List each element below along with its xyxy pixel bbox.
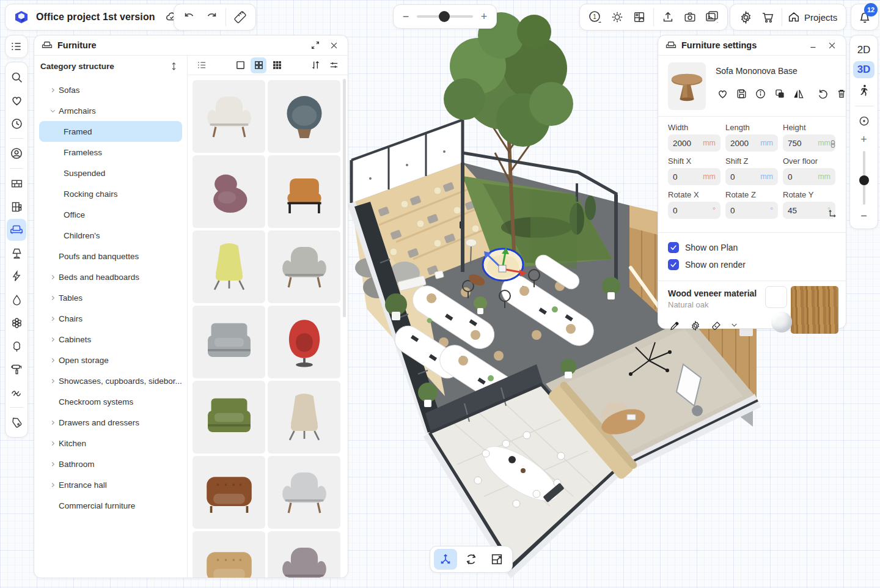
checkbox-checked-icon[interactable] <box>668 259 679 270</box>
link-dimensions-icon[interactable] <box>827 139 840 151</box>
checkbox-show-on-plan[interactable]: Show on Plan <box>668 239 836 256</box>
camera-icon[interactable] <box>680 7 700 28</box>
info-circle-icon[interactable] <box>754 87 767 100</box>
single-view-icon[interactable] <box>232 57 248 73</box>
material-color-swatch[interactable] <box>765 286 787 308</box>
field-input[interactable]: 0° <box>725 202 778 219</box>
projects-button[interactable]: Projects <box>804 12 837 23</box>
product-armchair-14[interactable] <box>268 531 340 578</box>
category-item-open-storage[interactable]: Open storage <box>39 350 182 370</box>
gallery-icon[interactable] <box>702 7 722 28</box>
undo-icon[interactable] <box>179 7 200 28</box>
product-armchair-8[interactable] <box>268 306 340 378</box>
mode-3d-button[interactable]: 3D <box>853 61 875 78</box>
grid-3x3-view-icon[interactable] <box>269 57 285 73</box>
category-item-cabinets[interactable]: Cabinets <box>39 329 182 350</box>
minimize-panel-icon[interactable] <box>807 39 820 52</box>
sort-arrows-icon[interactable] <box>307 57 323 73</box>
material-settings-gear-icon[interactable] <box>689 319 702 333</box>
chevron-down-icon[interactable] <box>48 108 57 114</box>
view-zoom-in[interactable]: + <box>859 133 869 146</box>
category-item-chairs[interactable]: Chairs <box>39 308 182 329</box>
category-item-entrance-hall[interactable]: Entrance hall <box>39 474 182 495</box>
rotate-button[interactable] <box>460 549 483 570</box>
category-item-tables[interactable]: Tables <box>39 287 182 308</box>
view-zoom-slider[interactable] <box>863 151 865 205</box>
category-item-bathroom[interactable]: Bathroom <box>39 454 182 474</box>
brightness-icon[interactable] <box>607 7 628 28</box>
chevron-right-icon[interactable] <box>48 440 57 447</box>
chevron-right-icon[interactable] <box>48 482 57 488</box>
reset-undo-icon[interactable] <box>816 87 829 100</box>
render-quality-1-icon[interactable]: 1 <box>585 7 606 28</box>
category-item-framed[interactable]: Framed <box>39 121 182 142</box>
chevron-right-icon[interactable] <box>48 378 57 384</box>
field-input[interactable]: 2000mm <box>668 134 721 152</box>
category-item-office[interactable]: Office <box>39 204 182 225</box>
product-armchair-6[interactable] <box>268 230 340 303</box>
rotate-axis-icon[interactable] <box>827 207 840 219</box>
mode-2d-button[interactable]: 2D <box>853 42 875 59</box>
redo-icon[interactable] <box>201 7 222 28</box>
category-item-beds-and-headboards[interactable]: Beds and headboards <box>39 266 182 287</box>
eyedropper-icon[interactable] <box>668 319 681 333</box>
category-item-checkroom-systems[interactable]: Checkroom systems <box>39 391 182 412</box>
expand-panel-icon[interactable] <box>309 39 322 52</box>
chevron-right-icon[interactable] <box>48 419 57 426</box>
chevron-right-icon[interactable] <box>48 336 57 343</box>
product-armchair-2[interactable] <box>268 80 340 153</box>
zoom-slider-knob[interactable] <box>439 11 450 22</box>
plants-tree-icon[interactable] <box>7 335 26 357</box>
close-panel-icon[interactable] <box>327 39 340 52</box>
chevron-right-icon[interactable] <box>48 461 57 468</box>
category-item-commercial-furniture[interactable]: Commercial furniture <box>39 495 182 516</box>
category-item-kitchen[interactable]: Kitchen <box>39 433 182 454</box>
favorites-heart-icon[interactable] <box>7 89 26 111</box>
product-armchair-12[interactable] <box>268 456 340 529</box>
view-zoom-out[interactable]: − <box>859 210 869 222</box>
delete-trash-icon[interactable] <box>835 87 848 100</box>
settings-gear-icon[interactable] <box>735 7 756 28</box>
flooring-squiggle-icon[interactable] <box>7 381 26 403</box>
price-tag-icon[interactable] <box>7 411 26 433</box>
history-clock-icon[interactable] <box>7 112 26 134</box>
product-armchair-3[interactable] <box>193 155 265 228</box>
chevron-right-icon[interactable] <box>48 315 57 322</box>
checkbox-show-on-render[interactable]: Show on render <box>668 256 836 273</box>
product-armchair-11[interactable] <box>193 456 265 529</box>
close-settings-icon[interactable] <box>825 39 838 52</box>
electrical-bolt-icon[interactable] <box>7 265 26 287</box>
lighting-lamp-icon[interactable] <box>7 242 26 264</box>
scale-button[interactable] <box>485 549 508 570</box>
product-armchair-5[interactable] <box>193 230 265 303</box>
list-view-icon[interactable] <box>194 57 210 73</box>
orbit-target-icon[interactable] <box>854 111 875 131</box>
category-item-frameless[interactable]: Frameless <box>39 142 182 163</box>
collage-icon[interactable] <box>629 7 650 28</box>
material-texture-swatch[interactable] <box>791 286 838 334</box>
checkbox-checked-icon[interactable] <box>668 242 679 253</box>
favorite-heart-icon[interactable] <box>716 87 729 100</box>
field-input[interactable]: 0mm <box>725 168 778 185</box>
zoom-out-button[interactable]: − <box>401 10 411 23</box>
grid-2x2-view-icon[interactable] <box>251 57 266 73</box>
doors-windows-icon[interactable] <box>7 196 26 218</box>
field-input[interactable]: 0mm <box>668 168 721 185</box>
category-item-armchairs[interactable]: Armchairs <box>39 100 182 121</box>
search-icon[interactable] <box>7 66 26 88</box>
layers-list-icon[interactable] <box>6 36 27 57</box>
product-armchair-10[interactable] <box>268 381 340 454</box>
category-item-poufs-and-banquettes[interactable]: Poufs and banquettes <box>39 246 182 266</box>
category-item-children-s[interactable]: Children's <box>39 225 182 246</box>
view-zoom-knob[interactable] <box>859 175 869 185</box>
category-item-sofas[interactable]: Sofas <box>39 79 182 100</box>
product-armchair-4[interactable] <box>268 155 340 228</box>
field-input[interactable]: 2000mm <box>725 134 778 152</box>
paintbrush-icon[interactable] <box>710 319 723 333</box>
products-scroll-area[interactable] <box>188 75 348 578</box>
product-armchair-13[interactable] <box>193 531 265 578</box>
field-input[interactable]: 0mm <box>783 168 835 185</box>
walls-bricks-icon[interactable] <box>7 172 26 194</box>
walk-person-icon[interactable] <box>854 81 875 101</box>
zoom-slider[interactable] <box>417 15 473 18</box>
